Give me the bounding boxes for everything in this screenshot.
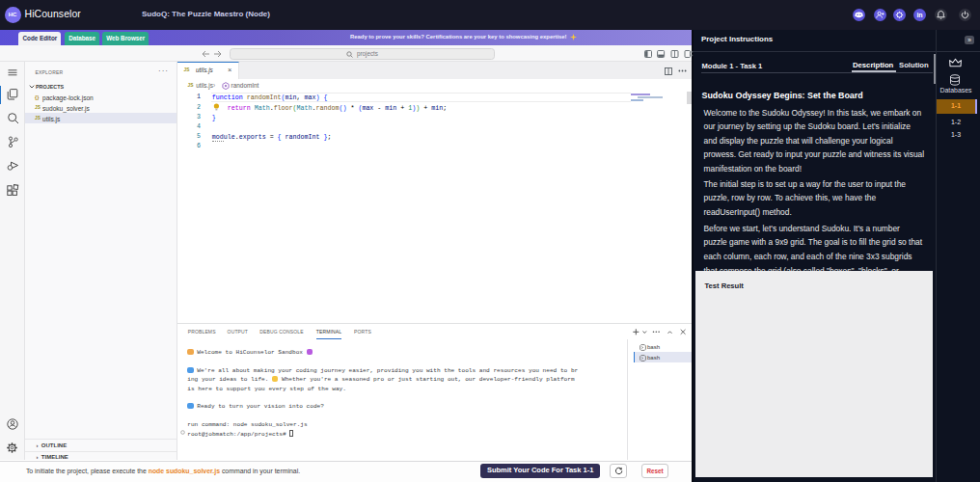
svg-text:in: in <box>916 12 922 18</box>
